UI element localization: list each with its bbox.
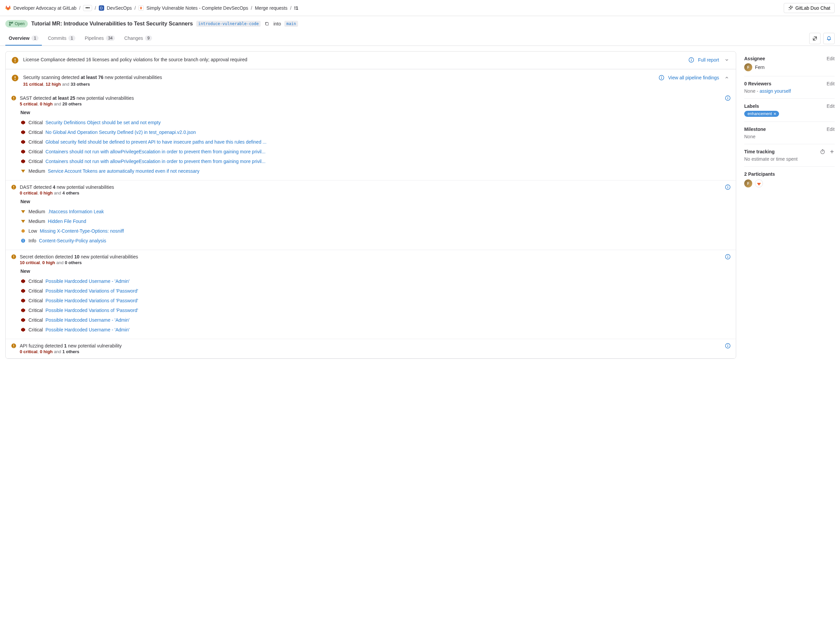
finding-link[interactable]: Containers should not run with allowPriv…: [46, 158, 265, 165]
mr-status-badge: Open: [5, 20, 28, 27]
avatar[interactable]: F: [744, 63, 752, 71]
warning-icon: [11, 343, 16, 348]
finding-link[interactable]: Possible Hardcoded Username - 'Admin': [46, 278, 129, 285]
labels-edit[interactable]: Edit: [827, 104, 835, 109]
svg-rect-47: [728, 257, 728, 258]
svg-marker-25: [21, 130, 25, 134]
tanuki-icon: [5, 5, 11, 11]
target-branch[interactable]: main: [284, 21, 298, 27]
finding-link[interactable]: Global security field should be defined …: [46, 139, 267, 146]
add-time-button[interactable]: [829, 149, 835, 154]
svg-rect-7: [15, 58, 16, 61]
finding-link[interactable]: Possible Hardcoded Username - 'Admin': [46, 326, 129, 333]
license-text: License Compliance detected 16 licenses …: [23, 56, 685, 63]
tabs: Overview1Commits1Pipelines34Changes9: [5, 32, 808, 46]
finding-link[interactable]: Service Account Tokens are automatically…: [48, 168, 200, 175]
finding-link[interactable]: No Global And Operation Security Defined…: [46, 129, 196, 136]
breadcrumb-ellipsis-button[interactable]: •••: [83, 5, 92, 11]
finding-link[interactable]: Possible Hardcoded Variations of 'Passwo…: [46, 307, 138, 314]
tab-commits[interactable]: Commits1: [44, 32, 79, 46]
breadcrumb-sep: /: [290, 5, 291, 11]
copy-branch-button[interactable]: [264, 21, 270, 27]
severity-critical-icon: [21, 120, 26, 125]
warning-icon: [11, 95, 16, 101]
finding-link[interactable]: Hidden File Found: [48, 218, 86, 225]
svg-rect-23: [728, 98, 728, 99]
duo-chat-button[interactable]: GitLab Duo Chat: [784, 3, 835, 13]
tab-pipelines[interactable]: Pipelines34: [81, 32, 118, 46]
scanners-list: SAST detected at least 25 new potential …: [6, 91, 736, 358]
severity-info-icon: [21, 238, 26, 243]
scanner-counts: 10 critical, 0 high and 0 others: [20, 260, 722, 265]
finding-row: Critical Possible Hardcoded Username - '…: [21, 276, 731, 286]
assignee-name[interactable]: Fern: [755, 65, 765, 70]
breadcrumb-section[interactable]: Merge requests: [255, 5, 287, 11]
copy-icon: [265, 21, 269, 26]
finding-row: Medium Hidden File Found: [21, 217, 731, 226]
info-icon[interactable]: [688, 57, 694, 63]
warning-icon: [11, 254, 16, 259]
assignee-edit[interactable]: Edit: [827, 56, 835, 61]
participant-avatar[interactable]: [755, 180, 763, 188]
severity-critical-icon: [21, 279, 26, 284]
milestone-edit[interactable]: Edit: [827, 126, 835, 132]
timer-button[interactable]: [820, 149, 825, 154]
tab-label: Overview: [9, 35, 30, 41]
assignee-title: Assignee: [744, 56, 765, 61]
security-summary-counts: 31 critical, 12 high and 33 others: [23, 82, 655, 87]
reviewers-edit[interactable]: Edit: [827, 81, 835, 87]
scanner-title: DAST detected 4 new potential vulnerabil…: [20, 184, 722, 190]
finding-row: Critical Containers should not run with …: [21, 157, 731, 166]
label-remove-icon[interactable]: ✕: [773, 112, 776, 116]
svg-rect-31: [13, 186, 14, 188]
full-report-link[interactable]: Full report: [698, 57, 719, 63]
severity-label: Critical: [28, 326, 43, 333]
breadcrumb-project[interactable]: Simply Vulnerable Notes - Complete DevSe…: [146, 5, 248, 11]
svg-point-3: [9, 24, 11, 26]
info-icon[interactable]: [659, 75, 664, 80]
info-icon[interactable]: [725, 184, 731, 190]
collapse-toggle[interactable]: [723, 56, 731, 64]
notifications-button[interactable]: [823, 33, 835, 44]
svg-rect-5: [266, 23, 268, 25]
svg-point-56: [13, 347, 14, 347]
sidebar-participants: 2 Participants F: [744, 167, 835, 192]
finding-link[interactable]: Content-Security-Policy analysis: [39, 237, 106, 244]
open-in-ide-button[interactable]: [809, 33, 821, 44]
sidebar-assignee: Assignee Edit F Fern: [744, 51, 835, 76]
finding-link[interactable]: Missing X-Content-Type-Options: nosniff: [40, 228, 124, 235]
duo-chat-label: GitLab Duo Chat: [796, 5, 830, 11]
source-branch[interactable]: introduce-vulnerable-code: [196, 21, 261, 27]
svg-rect-59: [728, 345, 728, 347]
tab-changes[interactable]: Changes9: [121, 32, 155, 46]
tab-overview[interactable]: Overview1: [5, 32, 42, 46]
svg-marker-36: [21, 210, 25, 213]
participants-title: 2 Participants: [744, 172, 775, 177]
view-all-findings-link[interactable]: View all pipeline findings: [668, 75, 719, 80]
finding-row: Critical Possible Hardcoded Username - '…: [21, 315, 731, 325]
scanner-title: SAST detected at least 25 new potential …: [20, 95, 722, 101]
finding-link[interactable]: Containers should not run with allowPriv…: [46, 148, 265, 155]
info-icon[interactable]: [725, 254, 731, 259]
tab-count: 1: [68, 35, 75, 41]
finding-link[interactable]: .htaccess Information Leak: [48, 208, 104, 215]
tab-count: 1: [32, 35, 38, 41]
info-icon[interactable]: [725, 343, 731, 348]
breadcrumb-ref: !1: [294, 5, 298, 11]
info-icon[interactable]: [725, 95, 731, 101]
breadcrumb-group[interactable]: DevSecOps: [107, 5, 132, 11]
breadcrumb-root[interactable]: Developer Advocacy at GitLab: [13, 5, 76, 11]
finding-row: Critical Possible Hardcoded Variations o…: [21, 296, 731, 306]
svg-point-8: [15, 61, 16, 62]
mr-title: Tutorial MR: Introduce Vulnerabilities t…: [31, 21, 193, 27]
finding-link[interactable]: Security Definitions Object should be se…: [46, 119, 161, 126]
finding-link[interactable]: Possible Hardcoded Variations of 'Passwo…: [46, 297, 138, 304]
svg-rect-19: [13, 97, 14, 98]
finding-link[interactable]: Possible Hardcoded Variations of 'Passwo…: [46, 288, 138, 295]
collapse-toggle[interactable]: [723, 74, 731, 81]
finding-link[interactable]: Possible Hardcoded Username - 'Admin': [46, 317, 129, 324]
label-chip[interactable]: enhancement ✕: [744, 111, 779, 117]
participant-avatar[interactable]: F: [744, 180, 752, 188]
finding-row: Critical Security Definitions Object sho…: [21, 118, 731, 128]
assign-yourself-link[interactable]: assign yourself: [759, 88, 791, 94]
